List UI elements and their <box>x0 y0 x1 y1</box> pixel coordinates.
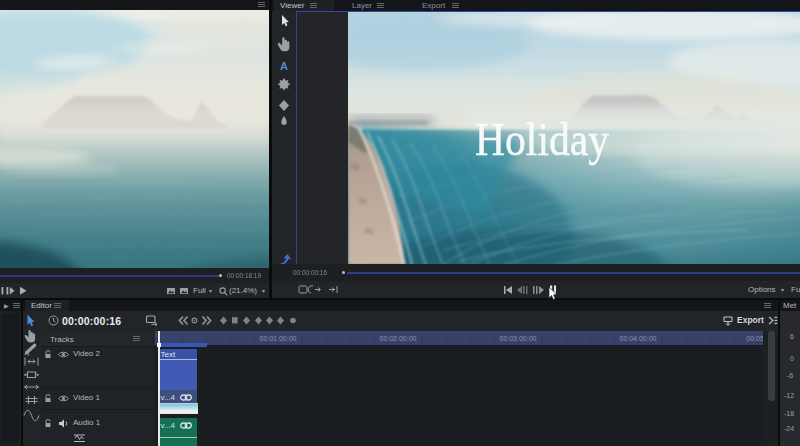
svg-text:00:01:00:00: 00:01:00:00 <box>260 335 297 342</box>
svg-text:00:03:00:00: 00:03:00:00 <box>500 335 537 342</box>
svg-text:Holiday: Holiday <box>475 113 609 165</box>
svg-text:00:05:0: 00:05:0 <box>746 335 763 342</box>
svg-text:00:04:00:00: 00:04:00:00 <box>620 335 657 342</box>
svg-text:A: A <box>280 60 288 72</box>
svg-text:00:02:00:00: 00:02:00:00 <box>380 335 417 342</box>
